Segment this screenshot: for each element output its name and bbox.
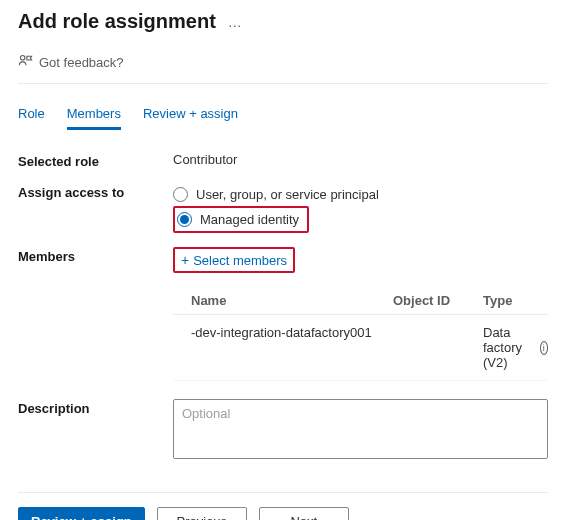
- table-row[interactable]: -dev-integration-datafactory001 Data fac…: [173, 315, 548, 381]
- radio-managed-identity[interactable]: Managed identity: [177, 210, 299, 229]
- page-title: Add role assignment: [18, 10, 216, 33]
- radio-user-group[interactable]: User, group, or service principal: [173, 183, 548, 206]
- footer-actions: Review + assign Previous Next: [18, 492, 548, 520]
- row-assign-access: Assign access to User, group, or service…: [18, 183, 548, 233]
- highlight-managed-identity: Managed identity: [173, 206, 309, 233]
- radio-managed-label: Managed identity: [200, 212, 299, 227]
- feedback-icon: [18, 53, 33, 71]
- tab-role[interactable]: Role: [18, 106, 45, 130]
- next-button[interactable]: Next: [259, 507, 349, 520]
- label-description: Description: [18, 399, 173, 416]
- tab-bar: Role Members Review + assign: [18, 90, 548, 130]
- select-members-link[interactable]: + Select members: [181, 252, 287, 268]
- feedback-text: Got feedback?: [39, 55, 124, 70]
- cell-type: Data factory (V2): [483, 325, 536, 370]
- row-selected-role: Selected role Contributor: [18, 152, 548, 169]
- label-assign-access: Assign access to: [18, 183, 173, 200]
- svg-point-0: [20, 55, 25, 60]
- radio-managed-input[interactable]: [177, 212, 192, 227]
- info-icon[interactable]: i: [540, 341, 548, 355]
- description-input[interactable]: [173, 399, 548, 459]
- tab-review[interactable]: Review + assign: [143, 106, 238, 130]
- radio-user-input[interactable]: [173, 187, 188, 202]
- cell-object-id: [393, 325, 483, 370]
- more-icon[interactable]: …: [228, 14, 244, 30]
- review-assign-button[interactable]: Review + assign: [18, 507, 145, 520]
- label-members: Members: [18, 247, 173, 264]
- select-members-text: Select members: [193, 253, 287, 268]
- label-selected-role: Selected role: [18, 152, 173, 169]
- feedback-link[interactable]: Got feedback?: [18, 47, 548, 84]
- table-header: Name Object ID Type: [173, 287, 548, 315]
- value-selected-role: Contributor: [173, 152, 548, 167]
- row-members: Members + Select members: [18, 247, 548, 273]
- radio-user-label: User, group, or service principal: [196, 187, 379, 202]
- page-header: Add role assignment …: [18, 10, 548, 33]
- th-object-id: Object ID: [393, 293, 483, 308]
- row-description: Description: [18, 399, 548, 462]
- cell-name: -dev-integration-datafactory001: [173, 325, 393, 370]
- members-table: Name Object ID Type -dev-integration-dat…: [173, 287, 548, 381]
- th-name: Name: [173, 293, 393, 308]
- plus-icon: +: [181, 252, 189, 268]
- previous-button[interactable]: Previous: [157, 507, 247, 520]
- tab-members[interactable]: Members: [67, 106, 121, 130]
- highlight-select-members: + Select members: [173, 247, 295, 273]
- th-type: Type: [483, 293, 548, 308]
